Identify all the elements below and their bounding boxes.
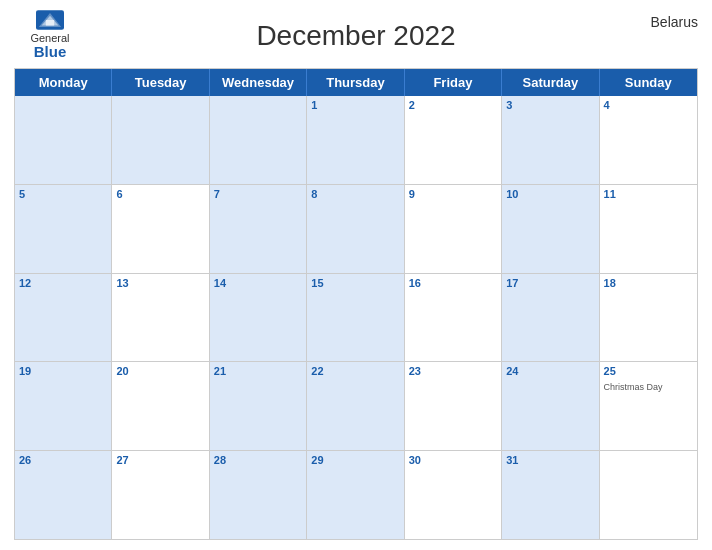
week-row-2: 567891011 (15, 184, 697, 273)
day-number: 24 (506, 364, 594, 379)
day-cell: 6 (112, 185, 209, 273)
day-cell: 15 (307, 274, 404, 362)
day-cell: 21 (210, 362, 307, 450)
day-number: 17 (506, 276, 594, 291)
day-number: 26 (19, 453, 107, 468)
country-label: Belarus (651, 14, 698, 30)
day-number: 27 (116, 453, 204, 468)
day-number: 22 (311, 364, 399, 379)
day-number: 5 (19, 187, 107, 202)
day-cell: 14 (210, 274, 307, 362)
day-number: 3 (506, 98, 594, 113)
day-number: 11 (604, 187, 693, 202)
week-row-5: 262728293031 (15, 450, 697, 539)
day-cell: 13 (112, 274, 209, 362)
day-cell: 26 (15, 451, 112, 539)
day-number: 21 (214, 364, 302, 379)
day-number: 28 (214, 453, 302, 468)
day-cell: 18 (600, 274, 697, 362)
day-number: 20 (116, 364, 204, 379)
day-cell: 8 (307, 185, 404, 273)
day-cell: 5 (15, 185, 112, 273)
calendar-header: General Blue December 2022 Belarus (14, 10, 698, 62)
day-cell: 3 (502, 96, 599, 184)
day-cell: 30 (405, 451, 502, 539)
day-cell: 16 (405, 274, 502, 362)
day-cell: 23 (405, 362, 502, 450)
day-cell: 10 (502, 185, 599, 273)
day-cell (112, 96, 209, 184)
day-cell: 1 (307, 96, 404, 184)
day-number: 16 (409, 276, 497, 291)
day-number: 18 (604, 276, 693, 291)
day-number: 10 (506, 187, 594, 202)
day-number: 8 (311, 187, 399, 202)
day-cell: 27 (112, 451, 209, 539)
day-event: Christmas Day (604, 382, 693, 393)
day-number: 19 (19, 364, 107, 379)
header-monday: Monday (15, 69, 112, 96)
week-row-3: 12131415161718 (15, 273, 697, 362)
header-wednesday: Wednesday (210, 69, 307, 96)
day-number: 15 (311, 276, 399, 291)
week-row-4: 19202122232425Christmas Day (15, 361, 697, 450)
day-cell (600, 451, 697, 539)
day-cell: 20 (112, 362, 209, 450)
svg-rect-3 (46, 20, 54, 26)
day-number: 23 (409, 364, 497, 379)
header-friday: Friday (405, 69, 502, 96)
day-cell: 17 (502, 274, 599, 362)
day-number: 25 (604, 364, 693, 379)
day-headers-row: Monday Tuesday Wednesday Thursday Friday… (15, 69, 697, 96)
day-cell: 31 (502, 451, 599, 539)
day-cell: 24 (502, 362, 599, 450)
day-number: 4 (604, 98, 693, 113)
day-number: 31 (506, 453, 594, 468)
header-tuesday: Tuesday (112, 69, 209, 96)
general-blue-logo-icon (36, 10, 64, 30)
calendar-title: December 2022 (256, 20, 455, 52)
day-cell: 4 (600, 96, 697, 184)
day-number: 12 (19, 276, 107, 291)
day-number: 29 (311, 453, 399, 468)
day-number: 13 (116, 276, 204, 291)
day-cell: 19 (15, 362, 112, 450)
day-cell: 11 (600, 185, 697, 273)
day-cell: 22 (307, 362, 404, 450)
week-row-1: 1234 (15, 96, 697, 184)
day-cell: 7 (210, 185, 307, 273)
header-saturday: Saturday (502, 69, 599, 96)
day-cell: 29 (307, 451, 404, 539)
day-number: 2 (409, 98, 497, 113)
day-cell: 25Christmas Day (600, 362, 697, 450)
day-number: 7 (214, 187, 302, 202)
day-cell: 28 (210, 451, 307, 539)
day-cell (210, 96, 307, 184)
day-number: 1 (311, 98, 399, 113)
day-number: 6 (116, 187, 204, 202)
calendar: Monday Tuesday Wednesday Thursday Friday… (14, 68, 698, 540)
day-cell: 12 (15, 274, 112, 362)
day-cell: 2 (405, 96, 502, 184)
logo: General Blue (14, 10, 86, 61)
day-number: 9 (409, 187, 497, 202)
header-thursday: Thursday (307, 69, 404, 96)
header-sunday: Sunday (600, 69, 697, 96)
day-cell: 9 (405, 185, 502, 273)
page: General Blue December 2022 Belarus Monda… (0, 0, 712, 550)
logo-blue-text: Blue (34, 44, 67, 61)
calendar-body: 1234567891011121314151617181920212223242… (15, 96, 697, 539)
day-cell (15, 96, 112, 184)
day-number: 14 (214, 276, 302, 291)
day-number: 30 (409, 453, 497, 468)
